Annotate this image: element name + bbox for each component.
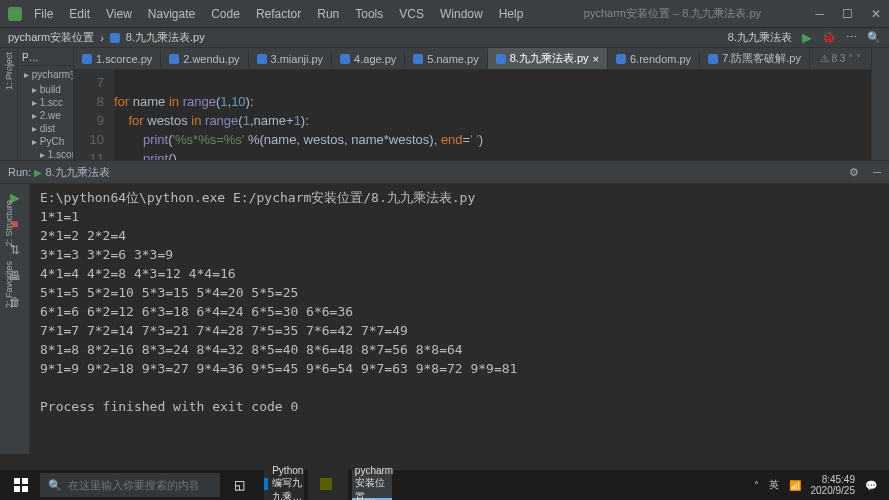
menu-window[interactable]: Window: [434, 5, 489, 23]
title-bar: FileEditViewNavigateCodeRefactorRunTools…: [0, 0, 889, 28]
left-toolstrip: 1: Project: [0, 48, 18, 160]
clock[interactable]: 8:45:49 2020/9/25: [811, 474, 856, 496]
chevron-right-icon: ›: [100, 32, 104, 44]
task-view-icon[interactable]: ◱: [222, 470, 256, 500]
run-tab-name[interactable]: 8.九九乘法表: [45, 165, 109, 180]
search-icon: 🔍: [48, 479, 62, 492]
tree-item[interactable]: ▸ dist: [22, 122, 69, 135]
analysis-badge: ⚠ 8 3 ˄ ˅: [820, 53, 861, 64]
debug-icon[interactable]: 🐞: [822, 31, 836, 44]
svg-rect-1: [22, 478, 28, 484]
svg-rect-0: [14, 478, 20, 484]
tree-item[interactable]: ▸ pycharm安: [22, 67, 69, 83]
console-output[interactable]: E:\python64位\python.exe E:/pycharm安装位置/8…: [30, 184, 889, 454]
tree-item[interactable]: ▸ 1.scc: [22, 96, 69, 109]
python-file-icon: [413, 54, 423, 64]
run-label: Run:: [8, 166, 31, 178]
main-menu: FileEditViewNavigateCodeRefactorRunTools…: [28, 5, 529, 23]
menu-navigate[interactable]: Navigate: [142, 5, 201, 23]
code-editor[interactable]: for name in range(1,10): for westos in r…: [114, 70, 871, 160]
run-icon[interactable]: ▶: [802, 30, 812, 45]
tree-item[interactable]: ▸ 1.scorce: [22, 148, 69, 160]
menu-view[interactable]: View: [100, 5, 138, 23]
minimize-panel-icon[interactable]: ─: [873, 166, 881, 179]
editor-tab[interactable]: 3.mianji.py: [249, 50, 333, 68]
editor-tab[interactable]: 6.rendom.py: [608, 50, 700, 68]
project-tree-header: P…: [20, 50, 71, 66]
tree-item[interactable]: ▸ build: [22, 83, 69, 96]
taskbar-app[interactable]: Python编写九九乘…: [264, 470, 304, 500]
svg-rect-2: [14, 486, 20, 492]
crumb-file[interactable]: 8.九九乘法表.py: [126, 30, 205, 45]
taskbar-search[interactable]: 🔍: [40, 473, 220, 497]
app-icon: [8, 7, 22, 21]
system-tray[interactable]: ˄ 英 📶 8:45:49 2020/9/25 💬: [754, 474, 886, 496]
notification-icon[interactable]: 💬: [865, 480, 877, 491]
menu-edit[interactable]: Edit: [63, 5, 96, 23]
run-tab-icon: ▶: [34, 167, 42, 178]
ime-indicator[interactable]: 英: [769, 478, 779, 492]
breadcrumb: pycharm安装位置 › 8.九九乘法表.py 8.九九乘法表 ▶ 🐞 ⋯ 🔍: [0, 28, 889, 48]
editor-tab[interactable]: 7.防黑客破解.py: [700, 48, 810, 69]
start-button[interactable]: [4, 470, 38, 500]
more-run-icon[interactable]: ⋯: [846, 31, 857, 44]
editor-tabs: 1.scorce.py2.wendu.py3.mianji.py4.age.py…: [74, 48, 871, 70]
run-config-name[interactable]: 8.九九乘法表: [728, 30, 792, 45]
editor-tab[interactable]: 4.age.py: [332, 50, 405, 68]
right-toolstrip: [871, 48, 889, 160]
gear-icon[interactable]: ⚙: [849, 166, 859, 179]
editor-tab[interactable]: 2.wendu.py: [161, 50, 248, 68]
menu-refactor[interactable]: Refactor: [250, 5, 307, 23]
editor-tab[interactable]: 1.scorce.py: [74, 50, 161, 68]
tree-item[interactable]: ▸ 2.we: [22, 109, 69, 122]
tree-item[interactable]: ▸ PyCh: [22, 135, 69, 148]
python-file-icon: [110, 33, 120, 43]
python-file-icon: [82, 54, 92, 64]
project-toolwindow-button[interactable]: 1: Project: [4, 52, 14, 90]
python-file-icon: [169, 54, 179, 64]
minimize-icon[interactable]: ─: [815, 7, 824, 21]
menu-help[interactable]: Help: [493, 5, 530, 23]
crumb-project[interactable]: pycharm安装位置: [8, 30, 94, 45]
run-panel-header: Run: ▶ 8.九九乘法表 ⚙ ─: [0, 160, 889, 184]
menu-run[interactable]: Run: [311, 5, 345, 23]
menu-tools[interactable]: Tools: [349, 5, 389, 23]
menu-code[interactable]: Code: [205, 5, 246, 23]
maximize-icon[interactable]: ☐: [842, 7, 853, 21]
menu-vcs[interactable]: VCS: [393, 5, 430, 23]
windows-taskbar: 🔍 ◱ Python编写九九乘…pycharm安装位置… ˄ 英 📶 8:45:…: [0, 470, 889, 500]
editor-tab[interactable]: 5.name.py: [405, 50, 487, 68]
window-title: pycharm安装位置 – 8.九九乘法表.py: [529, 6, 815, 21]
taskbar-app[interactable]: [308, 470, 348, 500]
svg-rect-3: [22, 486, 28, 492]
close-tab-icon[interactable]: ×: [593, 53, 599, 65]
python-file-icon: [616, 54, 626, 64]
python-file-icon: [496, 54, 506, 64]
search-input[interactable]: [68, 479, 198, 491]
taskbar-app[interactable]: pycharm安装位置…: [352, 470, 392, 500]
python-file-icon: [708, 54, 718, 64]
search-icon[interactable]: 🔍: [867, 31, 881, 44]
network-icon[interactable]: 📶: [789, 480, 801, 491]
editor-tab[interactable]: 8.九九乘法表.py ×: [488, 48, 608, 69]
python-file-icon: [340, 54, 350, 64]
project-tree[interactable]: P… ▸ pycharm安▸ build▸ 1.scc▸ 2.we▸ dist▸…: [18, 48, 74, 160]
menu-file[interactable]: File: [28, 5, 59, 23]
tray-chevron-icon[interactable]: ˄: [754, 480, 759, 491]
python-file-icon: [257, 54, 267, 64]
toolwindow-button[interactable]: 2: Structure: [4, 200, 14, 247]
toolwindow-button[interactable]: 2: Favorites: [4, 261, 14, 308]
close-icon[interactable]: ✕: [871, 7, 881, 21]
line-gutter: 789101112: [74, 70, 114, 160]
